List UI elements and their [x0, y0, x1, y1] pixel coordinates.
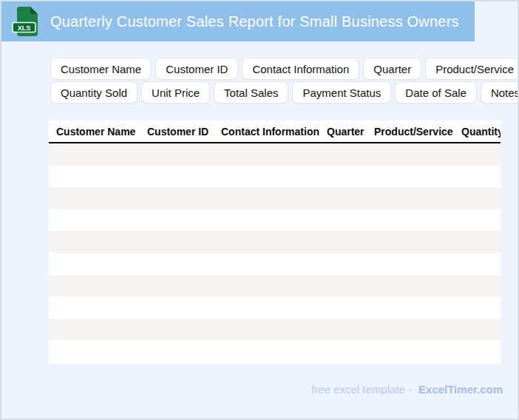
table-row — [49, 319, 501, 341]
xls-icon-label: XLS — [18, 24, 31, 32]
field-chip-customer-name[interactable]: Customer Name — [50, 58, 152, 80]
field-chips-row-2: Quantity SoldUnit PriceTotal SalesPaymen… — [50, 81, 509, 104]
field-chip-product-service[interactable]: Product/Service — [425, 58, 519, 80]
column-header-product-service: Product/Service — [374, 126, 461, 138]
table-row — [49, 209, 501, 231]
column-header-quarter: Quarter — [327, 126, 374, 138]
footer-text: free excel template - — [311, 383, 412, 396]
field-chip-quantity-sold[interactable]: Quantity Sold — [50, 81, 138, 104]
table-row — [49, 297, 501, 319]
table-row — [49, 231, 501, 253]
table-row — [49, 187, 501, 209]
template-preview-window: XLS Quarterly Customer Sales Report for … — [0, 0, 519, 420]
table-row — [49, 143, 501, 166]
table-body — [49, 143, 501, 362]
field-chip-payment-status[interactable]: Payment Status — [292, 81, 391, 104]
column-header-customer-name: Customer Name — [49, 126, 147, 138]
table-row — [49, 253, 501, 275]
table-row — [49, 275, 501, 297]
xls-file-icon: XLS — [11, 6, 41, 37]
field-chip-total-sales[interactable]: Total Sales — [214, 81, 288, 104]
column-header-contact-information: Contact Information — [221, 126, 327, 138]
column-header-customer-id: Customer ID — [147, 126, 221, 138]
field-chip-notes[interactable]: Notes — [481, 81, 519, 104]
column-header-quantity-sold: Quantity Sold — [461, 126, 501, 138]
footer: free excel template - ExcelTimer.com — [311, 383, 503, 396]
title-bar: XLS Quarterly Customer Sales Report for … — [1, 1, 475, 41]
field-chip-date-of-sale[interactable]: Date of Sale — [395, 81, 477, 104]
field-chip-quarter[interactable]: Quarter — [363, 58, 421, 80]
field-chips: Customer NameCustomer IDContact Informat… — [50, 58, 509, 105]
sales-table: Customer NameCustomer IDContact Informat… — [49, 121, 501, 364]
table-row — [49, 166, 501, 188]
field-chip-unit-price[interactable]: Unit Price — [141, 81, 210, 104]
table-row — [49, 340, 501, 362]
field-chips-row-1: Customer NameCustomer IDContact Informat… — [50, 58, 509, 80]
field-chip-contact-information[interactable]: Contact Information — [242, 58, 359, 80]
table-header-row: Customer NameCustomer IDContact Informat… — [49, 121, 501, 143]
brand-link[interactable]: ExcelTimer.com — [418, 383, 503, 396]
field-chip-customer-id[interactable]: Customer ID — [155, 58, 238, 80]
page-title: Quarterly Customer Sales Report for Smal… — [50, 13, 459, 30]
